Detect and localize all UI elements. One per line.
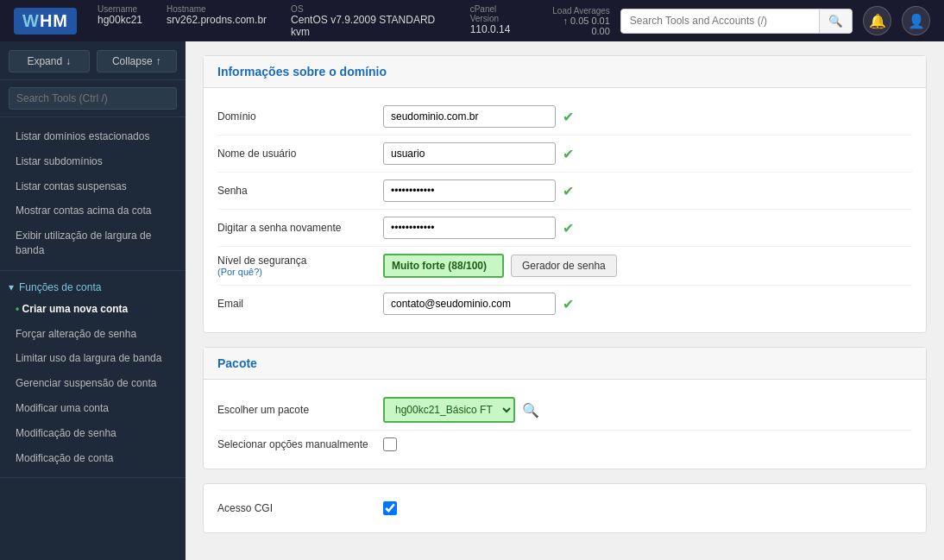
card-pacote-header: Pacote <box>204 348 926 380</box>
chevron-down-icon: ▾ <box>9 281 14 293</box>
notifications-button[interactable]: 🔔 <box>863 6 891 35</box>
main-content: Informações sobre o domínio Domínio ✔ No… <box>186 41 944 560</box>
sidebar-section-header-funcoes[interactable]: ▾ Funções de conta <box>0 278 186 297</box>
sidebar-item-gerenciar[interactable]: Gerenciar suspensão de conta <box>0 371 186 396</box>
username-value: hg00kc21 <box>98 14 142 26</box>
label-senha-confirm: Digitar a senha novamente <box>217 222 373 234</box>
sidebar-search[interactable] <box>0 80 186 117</box>
sidebar-item-forcar[interactable]: Forçar alteração de senha <box>0 322 186 347</box>
field-acesso-cgi: Acesso CGI <box>217 494 912 522</box>
field-nome-usuario: Nome de usuário ✔ <box>217 135 912 173</box>
load-values: ↑ 0.05 0.01 0.00 <box>544 16 610 36</box>
sidebar-item-limitar[interactable]: Limitar uso da largura de banda <box>0 346 186 371</box>
password-generator-button[interactable]: Gerador de senha <box>511 255 617 277</box>
sidebar-item-exibir[interactable]: Exibir utilização de largura de banda <box>0 223 186 263</box>
select-pacote[interactable]: hg00kc21_Básico FT <box>383 397 515 423</box>
input-nivel-seguranca[interactable] <box>383 254 504 278</box>
input-email[interactable] <box>383 293 556 315</box>
cpanel-label: cPanel Version <box>470 4 524 23</box>
page-layout: Expand ↓ Collapse ↑ Listar domínios esta… <box>0 41 944 560</box>
control-escolher-pacote: hg00kc21_Básico FT 🔍 <box>383 397 539 423</box>
sidebar-top-buttons: Expand ↓ Collapse ↑ <box>0 41 186 80</box>
field-senha-confirm: Digitar a senha novamente ✔ <box>217 210 912 247</box>
card-domain-info-body: Domínio ✔ Nome de usuário ✔ Se <box>204 88 926 332</box>
search-package-icon[interactable]: 🔍 <box>522 402 539 418</box>
sidebar-item-criar-conta[interactable]: Criar uma nova conta <box>0 297 186 322</box>
input-senha[interactable] <box>383 179 556 202</box>
expand-icon: ↓ <box>66 55 71 67</box>
username-block: Username hg00kc21 <box>98 4 142 38</box>
control-nivel-seguranca: Gerador de senha <box>383 254 617 278</box>
check-icon-dominio: ✔ <box>563 109 574 125</box>
sidebar-item-modificar[interactable]: Modificar uma conta <box>0 396 186 421</box>
control-senha-confirm: ✔ <box>383 217 574 239</box>
card-domain-info-header: Informações sobre o domínio <box>204 56 926 88</box>
hostname-label: Hostname <box>167 4 267 14</box>
checkbox-opcoes-manual[interactable] <box>383 437 397 451</box>
collapse-icon: ↑ <box>156 55 161 67</box>
control-senha: ✔ <box>383 179 574 202</box>
load-arrow: ↑ <box>563 16 568 26</box>
field-nivel-seguranca: Nível de segurança (Por quê?) Gerador de… <box>217 247 912 286</box>
control-dominio: ✔ <box>383 105 574 128</box>
topbar: WHM Username hg00kc21 Hostname srv262.pr… <box>0 0 944 41</box>
input-dominio[interactable] <box>383 105 556 128</box>
sidebar-search-input[interactable] <box>9 87 177 110</box>
label-por-que[interactable]: (Por quê?) <box>217 267 373 277</box>
label-senha: Senha <box>217 185 373 197</box>
card-domain-info: Informações sobre o domínio Domínio ✔ No… <box>203 55 927 333</box>
cpanel-block: cPanel Version 110.0.14 <box>470 4 524 38</box>
logo-hm: HM <box>40 11 68 30</box>
check-icon-senha: ✔ <box>563 183 574 199</box>
field-dominio: Domínio ✔ <box>217 98 912 135</box>
sidebar-section-label-funcoes: Funções de conta <box>19 281 101 293</box>
cpanel-value: 110.0.14 <box>470 23 524 35</box>
label-nivel-text: Nível de segurança <box>217 255 373 267</box>
expand-label: Expand <box>27 55 62 67</box>
user-menu-button[interactable]: 👤 <box>902 6 930 35</box>
input-nome-usuario[interactable] <box>383 142 556 165</box>
control-opcoes-manual <box>383 437 397 451</box>
collapse-label: Collapse <box>112 55 153 67</box>
sidebar-item-listar-contas[interactable]: Listar contas suspensas <box>0 174 186 199</box>
card-pacote: Pacote Escolher um pacote hg00kc21_Básic… <box>203 347 927 469</box>
check-icon-usuario: ✔ <box>563 146 574 162</box>
global-search-input[interactable] <box>621 9 820 32</box>
sidebar-item-modificacao-senha[interactable]: Modificação de senha <box>0 421 186 446</box>
whm-logo: WHM <box>14 8 77 35</box>
input-senha-confirm[interactable] <box>383 217 556 239</box>
label-email: Email <box>217 298 373 310</box>
label-dominio: Domínio <box>217 110 373 123</box>
check-icon-senha-confirm: ✔ <box>563 220 574 236</box>
card-pacote-body: Escolher um pacote hg00kc21_Básico FT 🔍 … <box>204 380 926 469</box>
control-email: ✔ <box>383 293 574 315</box>
control-nome-usuario: ✔ <box>383 142 574 165</box>
card-pacote-title: Pacote <box>217 356 257 370</box>
sidebar-item-listar-subdominios[interactable]: Listar subdomínios <box>0 149 186 174</box>
sidebar-section-0: Listar domínios estacionados Listar subd… <box>0 117 186 271</box>
global-search[interactable]: 🔍 <box>620 9 853 34</box>
sidebar-item-modificacao-conta[interactable]: Modificação de conta <box>0 446 186 471</box>
card-domain-info-title: Informações sobre o domínio <box>217 65 387 79</box>
hostname-value: srv262.prodns.com.br <box>167 14 267 26</box>
checkbox-acesso-cgi[interactable] <box>383 501 397 515</box>
sidebar-section-1: ▾ Funções de conta Criar uma nova conta … <box>0 271 186 479</box>
collapse-button[interactable]: Collapse ↑ <box>97 50 178 72</box>
label-acesso-cgi: Acesso CGI <box>217 502 373 514</box>
card-acesso-cgi-body: Acesso CGI <box>204 484 926 532</box>
global-search-button[interactable]: 🔍 <box>819 9 852 33</box>
expand-button[interactable]: Expand ↓ <box>9 50 90 72</box>
label-escolher-pacote: Escolher um pacote <box>217 404 373 416</box>
field-email: Email ✔ <box>217 286 912 322</box>
field-escolher-pacote: Escolher um pacote hg00kc21_Básico FT 🔍 <box>217 390 912 431</box>
label-opcoes-manual: Selecionar opções manualmente <box>217 438 373 450</box>
sidebar-item-mostrar-contas[interactable]: Mostrar contas acima da cota <box>0 198 186 223</box>
username-label: Username <box>98 4 142 14</box>
load-label: Load Averages <box>544 6 610 16</box>
sidebar-item-listar-dominios[interactable]: Listar domínios estacionados <box>0 124 186 149</box>
field-senha: Senha ✔ <box>217 173 912 210</box>
os-value: CentOS v7.9.2009 STANDARD kvm <box>291 14 446 38</box>
control-acesso-cgi <box>383 501 397 515</box>
hostname-block: Hostname srv262.prodns.com.br <box>167 4 267 38</box>
label-nivel-seguranca: Nível de segurança (Por quê?) <box>217 255 373 277</box>
